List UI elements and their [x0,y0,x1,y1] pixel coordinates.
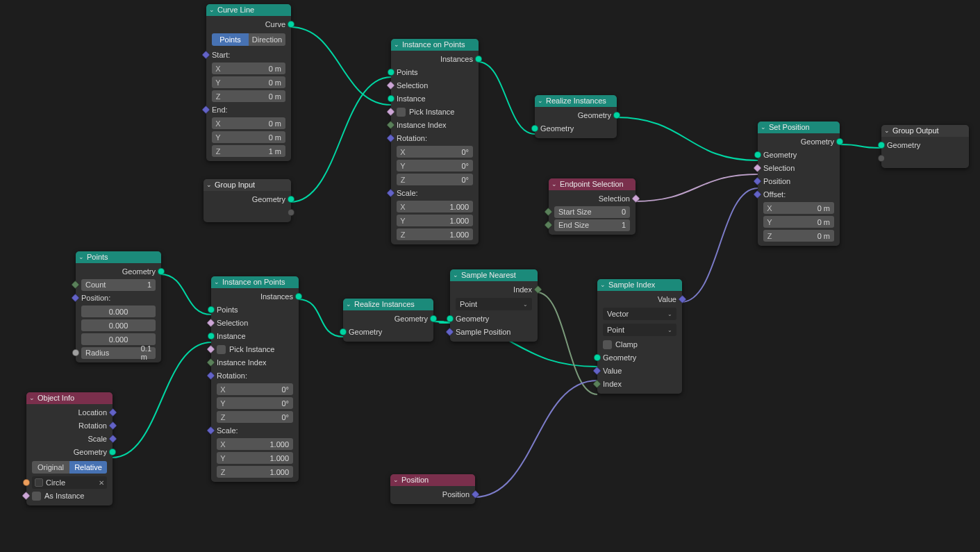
socket-in-virtual[interactable] [878,155,885,162]
clear-icon[interactable]: ✕ [99,479,104,487]
end-size-field[interactable]: End Size1 [554,219,630,231]
socket-in-pick-instance[interactable] [206,345,215,354]
node-header[interactable]: ⌄Realize Instances [535,95,617,107]
socket-in-geometry[interactable] [594,354,601,361]
node-sample-index[interactable]: ⌄Sample Index Value Vector⌄ Point⌄ Clamp… [597,279,682,394]
node-points[interactable]: ⌄Points Geometry Count1 Position: 0.000 … [76,251,161,362]
socket-in-geometry[interactable] [340,328,347,335]
start-size-field[interactable]: Start Size0 [554,206,630,218]
start-y-field[interactable]: Y0 m [212,76,285,88]
socket-in-offset[interactable] [753,190,762,199]
socket-in-sample-position[interactable] [445,328,454,337]
node-header[interactable]: ⌄Object Info [26,392,113,404]
offset-z-field[interactable]: Z0 m [763,230,834,242]
socket-out-location[interactable] [108,408,117,417]
rot-x-field[interactable]: X0° [217,383,293,395]
scale-z-field[interactable]: Z1.000 [217,466,293,478]
pos-y-field[interactable]: 0.000 [81,319,156,331]
socket-out-rotation[interactable] [108,421,117,430]
socket-in-geometry[interactable] [531,125,538,132]
node-group-input[interactable]: ⌄Group Input Geometry [204,179,291,222]
socket-in-selection[interactable] [753,164,762,173]
clamp-checkbox[interactable] [603,340,612,349]
as-instance-checkbox[interactable] [32,492,41,501]
socket-out-instances[interactable] [295,293,302,300]
node-object-info[interactable]: ⌄Object Info Location Rotation Scale Geo… [26,392,113,505]
socket-in-scale[interactable] [386,189,395,198]
socket-out-index[interactable] [533,285,542,294]
count-field[interactable]: Count1 [81,279,156,291]
socket-in-start[interactable] [201,51,210,60]
socket-out-value[interactable] [678,295,687,304]
socket-in-pick-instance[interactable] [386,108,395,117]
socket-out-virtual[interactable] [288,209,294,216]
node-endpoint-selection[interactable]: ⌄Endpoint Selection Selection Start Size… [549,178,636,235]
domain-dropdown[interactable]: Point⌄ [456,298,532,310]
start-z-field[interactable]: Z0 m [212,90,285,102]
socket-out-geometry[interactable] [613,112,620,119]
socket-out-geometry[interactable] [109,449,116,455]
node-header[interactable]: ⌄Sample Index [597,279,682,291]
socket-in-instance-index[interactable] [206,358,215,367]
node-position[interactable]: ⌄Position Position [390,474,475,504]
socket-out-position[interactable] [471,490,480,499]
node-header[interactable]: ⌄Realize Instances [343,299,433,310]
socket-in-radius[interactable] [72,349,79,356]
socket-in-points[interactable] [388,69,395,76]
datatype-dropdown[interactable]: Vector⌄ [603,308,676,320]
mode-original[interactable]: Original [32,461,69,474]
mode-points[interactable]: Points [212,33,249,46]
pos-z-field[interactable]: 0.000 [81,333,156,345]
socket-in-scale[interactable] [206,426,215,435]
socket-in-position[interactable] [753,177,762,186]
rot-y-field[interactable]: Y0° [217,397,293,409]
domain-dropdown[interactable]: Point⌄ [603,324,676,336]
end-z-field[interactable]: Z1 m [212,145,285,157]
socket-out-curve[interactable] [288,21,294,28]
offset-x-field[interactable]: X0 m [763,202,834,214]
socket-in-value[interactable] [592,367,601,376]
start-x-field[interactable]: X0 m [212,62,285,74]
node-header[interactable]: ⌄Instance on Points [391,39,479,51]
scale-x-field[interactable]: X1.000 [397,201,473,212]
node-realize-instances-1[interactable]: ⌄Realize Instances Geometry Geometry [535,95,617,138]
socket-in-index[interactable] [592,380,601,389]
node-group-output[interactable]: ⌄Group Output Geometry [881,125,969,168]
radius-field[interactable]: Radius0.1 m [81,347,156,359]
node-header[interactable]: ⌄Instance on Points [211,276,299,288]
node-header[interactable]: ⌄Points [76,251,161,263]
node-set-position[interactable]: ⌄Set Position Geometry Geometry Selectio… [758,122,840,246]
socket-out-geometry[interactable] [836,138,843,145]
node-instance-on-points-2[interactable]: ⌄Instance on Points Instances Points Sel… [211,276,299,482]
socket-in-instance[interactable] [208,333,215,340]
pick-instance-checkbox[interactable] [217,345,226,354]
socket-in-count[interactable] [71,281,80,290]
scale-x-field[interactable]: X1.000 [217,438,293,450]
socket-in-end-size[interactable] [544,221,553,230]
scale-z-field[interactable]: Z1.000 [397,228,473,240]
socket-out-geometry[interactable] [430,315,437,322]
socket-out-selection[interactable] [631,194,640,203]
node-sample-nearest[interactable]: ⌄Sample Nearest Index Point⌄ Geometry Sa… [450,269,538,342]
socket-in-start-size[interactable] [544,208,553,217]
socket-in-instance-index[interactable] [386,121,395,130]
scale-y-field[interactable]: Y1.000 [217,452,293,464]
socket-out-geometry[interactable] [158,268,165,275]
node-header[interactable]: ⌄Curve Line [206,4,291,16]
pick-instance-checkbox[interactable] [397,108,406,117]
transform-space-toggle[interactable]: OriginalRelative [32,461,107,474]
mode-direction[interactable]: Direction [249,33,285,46]
end-x-field[interactable]: X0 m [212,117,285,129]
node-header[interactable]: ⌄Group Input [204,179,291,191]
node-header[interactable]: ⌄Endpoint Selection [549,178,636,190]
node-curve-line[interactable]: ⌄Curve Line Curve PointsDirection Start:… [206,4,291,161]
rot-z-field[interactable]: Z0° [217,411,293,423]
end-y-field[interactable]: Y0 m [212,131,285,143]
socket-in-rotation[interactable] [206,371,215,380]
socket-in-selection[interactable] [206,319,215,328]
node-instance-on-points-1[interactable]: ⌄Instance on Points Instances Points Sel… [391,39,479,244]
pos-x-field[interactable]: 0.000 [81,306,156,317]
socket-out-scale[interactable] [108,435,117,444]
socket-in-geometry[interactable] [754,151,761,158]
node-realize-instances-2[interactable]: ⌄Realize Instances Geometry Geometry [343,299,433,342]
